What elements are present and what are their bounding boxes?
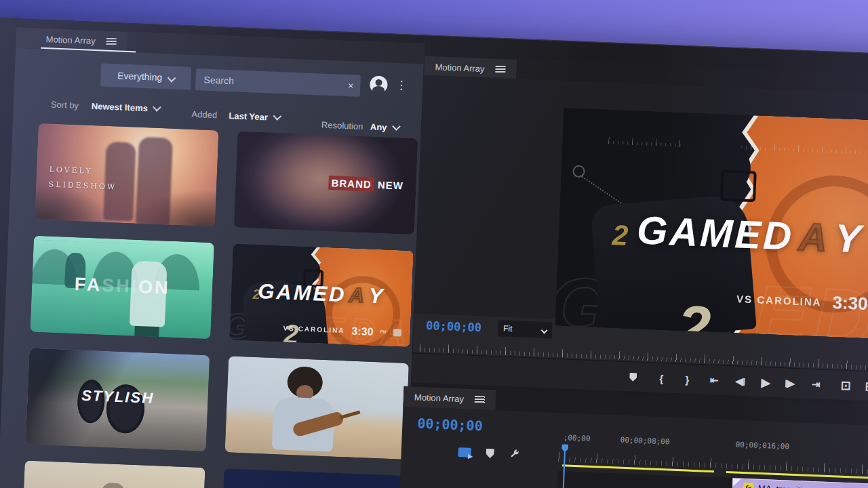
thumbnail-partial-outdoor[interactable]: [21, 460, 205, 488]
marker-glyph: [629, 373, 637, 382]
search-input[interactable]: [202, 73, 344, 91]
mark-out-icon[interactable]: }: [682, 373, 693, 386]
clear-search-icon[interactable]: ×: [344, 80, 354, 92]
panel-menu-icon[interactable]: [106, 37, 116, 45]
extract-icon[interactable]: ⊟: [865, 379, 868, 394]
title-badge: BRAND: [328, 176, 374, 192]
title-ghost-letter: A: [349, 283, 367, 308]
meridiem-text: PM: [380, 330, 386, 335]
timeline-panel: Motion Array 00;00;00 ;00;00 00;00;08;00…: [397, 386, 868, 488]
panel-menu-icon[interactable]: [475, 395, 485, 403]
zoom-level-select[interactable]: Fit: [498, 320, 553, 338]
ruler-label-2: 00;00;016;00: [735, 440, 789, 451]
title-part-faded: SHI: [102, 275, 139, 297]
night-sky-image: [220, 468, 404, 488]
title-tail: Y: [368, 284, 385, 309]
browser-panel-tabstrip: Motion Array: [16, 27, 425, 64]
title-tail: Y: [834, 215, 864, 262]
bicycle-street-image: STYLISH: [26, 348, 210, 452]
title-line: SLIDESHOW: [48, 177, 117, 195]
lift-icon[interactable]: ⊡: [840, 378, 852, 394]
added-label: Added: [191, 109, 217, 120]
thumbnail-lovely-slideshow[interactable]: LOVELY SLIDESHOW: [35, 123, 218, 227]
zoom-level-value: Fit: [503, 324, 513, 334]
more-options-icon[interactable]: ⋮: [395, 77, 408, 95]
tab-label: Motion Array: [414, 392, 465, 404]
video-preview: GAMEDAY 2 2 GAMEDAY VS CAROLINA 3:30 P: [555, 108, 868, 341]
resolution-value: Any: [370, 121, 387, 132]
timeline-settings-wrench-icon[interactable]: [509, 449, 520, 460]
motion-array-browser-panel: Motion Array Everything × ⋮ Sort by: [0, 27, 425, 488]
resolution-label: Resolution: [321, 120, 363, 131]
title-ghost-letter: A: [798, 214, 831, 260]
application-window: Motion Array Everything × ⋮ Sort by: [0, 16, 868, 488]
add-marker-icon[interactable]: [486, 449, 494, 458]
add-marker-icon[interactable]: [627, 372, 639, 382]
outdoor-image: [21, 460, 205, 488]
timeline-timecode[interactable]: 00;00;00: [417, 415, 483, 434]
kickoff-time: 3:30: [832, 292, 868, 314]
matchup-text: VS CAROLINA: [283, 325, 344, 335]
tab-label: Motion Array: [435, 62, 485, 74]
ruler-label-1: 00;00;08;00: [620, 436, 669, 447]
gameday-image: GAMEDAY 2 2 GAMEDAY VS CAROLINA 3:30 PM: [229, 243, 413, 347]
step-back-icon[interactable]: ◀: [734, 375, 746, 388]
sort-by-dropdown[interactable]: Newest Items: [92, 101, 161, 114]
category-value: Everything: [117, 70, 163, 83]
tab-label: Motion Array: [45, 34, 96, 46]
program-monitor-panel: Motion Array GAMEDAY 2: [412, 56, 868, 404]
thumbnail-ukulele-beach[interactable]: [225, 356, 409, 460]
sort-by-value: Newest Items: [92, 101, 149, 113]
chevron-down-icon: [153, 103, 161, 112]
resolution-dropdown[interactable]: Any: [370, 121, 399, 133]
tab-motion-array-timeline[interactable]: Motion Array: [403, 386, 496, 410]
go-to-in-icon[interactable]: ⇤: [709, 374, 720, 387]
chevron-down-icon: [392, 122, 401, 131]
fx-badge[interactable]: fx: [743, 483, 754, 488]
monitor-viewport: GAMEDAY 2 2 GAMEDAY VS CAROLINA 3:30 P: [414, 75, 868, 335]
step-bar: [743, 378, 745, 385]
search-row: Everything × ⋮: [14, 60, 423, 103]
green-fashion-image: FASHION: [30, 236, 214, 340]
go-to-out-icon[interactable]: ⇥: [810, 378, 822, 391]
thumbnail-partial-night[interactable]: [220, 468, 404, 488]
sunset-couple-image: LOVELY SLIDESHOW: [35, 123, 218, 227]
thumbnail-gameday[interactable]: GAMEDAY 2 2 GAMEDAY VS CAROLINA 3:30 PM: [229, 243, 413, 347]
title-main: GAMED: [258, 279, 347, 307]
nest-sequences-toggle-icon[interactable]: [458, 447, 472, 458]
desktop-background: Motion Array Everything × ⋮ Sort by: [0, 0, 868, 488]
kickoff-time: 3:30: [351, 325, 374, 338]
account-icon[interactable]: [370, 75, 388, 94]
added-dropdown[interactable]: Last Year: [229, 110, 280, 123]
category-dropdown[interactable]: Everything: [100, 63, 191, 89]
clip-fade-notch: [732, 479, 741, 487]
title-part: FA: [74, 274, 102, 296]
thumbnail-title: LOVELY SLIDESHOW: [48, 162, 117, 195]
thumbnail-stylish[interactable]: STYLISH: [26, 348, 210, 452]
search-box: ×: [195, 68, 361, 97]
clip-header: fx MA_transition_pack: [732, 479, 868, 488]
thumbnail-fashion[interactable]: FASHION: [30, 236, 214, 340]
play-icon[interactable]: ▶: [760, 375, 772, 390]
thumbnail-brand-new[interactable]: BRAND NEW: [234, 131, 418, 235]
added-value: Last Year: [229, 110, 268, 122]
chevron-down-icon: [541, 327, 548, 333]
panel-menu-icon[interactable]: [495, 65, 505, 73]
gameday-preview-frame: GAMEDAY 2 2 GAMEDAY VS CAROLINA 3:30 P: [555, 108, 868, 341]
mark-in-icon[interactable]: {: [656, 372, 667, 384]
timeline-toolbar: [458, 447, 520, 460]
title-main: GAMED: [636, 207, 794, 258]
chevron-down-icon: [273, 112, 281, 121]
chevron-down-icon: [167, 73, 176, 82]
network-logo: [393, 329, 401, 336]
ruler-label-0: ;00;00: [564, 433, 591, 443]
monitor-timecode[interactable]: 00;00;00: [426, 319, 482, 334]
clip-name: MA_transition_pack: [758, 483, 836, 488]
step-forward-icon[interactable]: ▶: [785, 377, 796, 390]
timeline-clip[interactable]: fx MA_transition_pack: [729, 478, 868, 488]
beach-ukulele-image: [225, 356, 409, 460]
title-part: ON: [138, 277, 171, 298]
title-rest: NEW: [378, 179, 404, 192]
thumbnail-title: BRAND NEW: [328, 178, 403, 192]
matchup-text: VS CAROLINA: [736, 293, 822, 308]
